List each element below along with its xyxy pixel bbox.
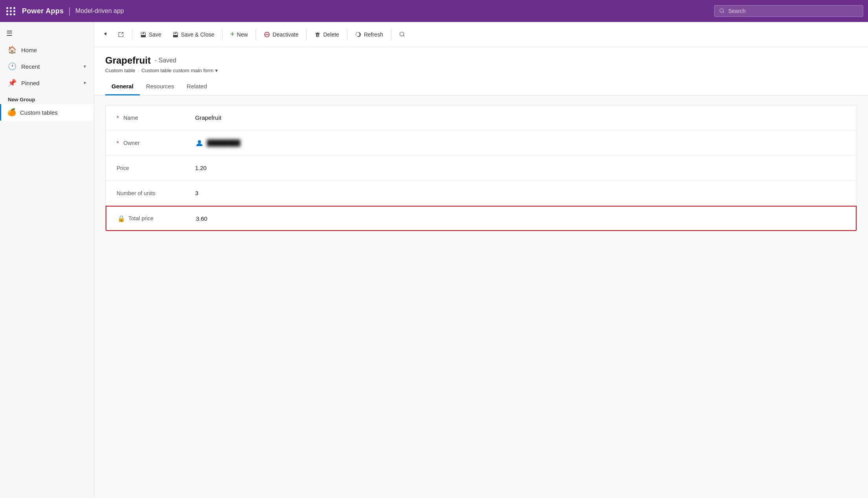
record-title: Grapefruit [105, 55, 151, 66]
new-label: New [237, 31, 248, 38]
breadcrumb-separator: · [138, 68, 139, 73]
owner-label: * Owner [117, 140, 195, 146]
saved-badge: - Saved [155, 57, 176, 64]
top-navigation: Power Apps | Model-driven app [0, 0, 868, 22]
save-close-icon [172, 31, 179, 38]
breadcrumb: Custom table · Custom table custom main … [105, 68, 857, 73]
delete-icon [314, 31, 321, 38]
field-row-name: * Name Grapefruit [106, 105, 857, 130]
field-row-total-price: 🔒 Total price 3.60 [106, 206, 857, 231]
toolbar-divider-3 [256, 29, 256, 40]
recent-icon: 🕐 [8, 62, 16, 71]
deactivate-icon [264, 31, 270, 38]
form-body: * Name Grapefruit * Owner [94, 95, 868, 498]
new-button[interactable]: + New [226, 27, 253, 42]
toolbar-search-button[interactable] [395, 28, 410, 41]
sidebar-item-home[interactable]: 🏠 Home [0, 42, 94, 58]
tab-resources[interactable]: Resources [140, 78, 181, 95]
search-icon [719, 8, 725, 14]
toolbar-search-icon [399, 31, 406, 38]
breadcrumb-form-dropdown[interactable]: Custom table custom main form ▾ [141, 68, 218, 73]
toolbar-divider-6 [391, 29, 391, 40]
toolbar-divider-2 [222, 29, 223, 40]
back-icon [102, 31, 108, 37]
svg-point-1 [198, 140, 201, 143]
search-container[interactable] [714, 5, 863, 17]
name-value[interactable]: Grapefruit [195, 114, 221, 121]
field-row-units: Number of units 3 [106, 181, 857, 206]
sidebar-item-pinned[interactable]: 📌 Pinned ▾ [0, 75, 94, 91]
toolbar-divider-4 [306, 29, 307, 40]
total-price-value: 3.60 [196, 215, 207, 222]
back-button[interactable] [99, 27, 111, 42]
tab-general[interactable]: General [105, 78, 140, 95]
sidebar: ☰ 🏠 Home 🕐 Recent ▾ 📌 Pinned ▾ New Group… [0, 22, 94, 498]
delete-button[interactable]: Delete [310, 28, 344, 41]
form-card: * Name Grapefruit * Owner [105, 105, 857, 231]
name-required-star: * [117, 115, 119, 121]
tab-related[interactable]: Related [181, 78, 214, 95]
field-row-price: Price 1.20 [106, 156, 857, 181]
external-link-icon [118, 31, 124, 38]
refresh-label: Refresh [364, 31, 383, 38]
app-launcher-button[interactable] [5, 5, 17, 17]
sidebar-pinned-label: Pinned [21, 80, 40, 86]
owner-value-container[interactable]: ████████ [195, 139, 240, 147]
app-name: Power Apps [22, 7, 64, 15]
chevron-down-icon-bc: ▾ [215, 68, 218, 73]
price-value[interactable]: 1.20 [195, 165, 206, 171]
sidebar-item-custom-tables[interactable]: 🍊 Custom tables [0, 104, 94, 121]
home-icon: 🏠 [8, 46, 16, 54]
deactivate-label: Deactivate [272, 31, 298, 38]
new-group-label: New Group [0, 91, 94, 104]
toolbar-divider-1 [132, 29, 132, 40]
refresh-icon [355, 31, 362, 38]
hamburger-button[interactable]: ☰ [0, 25, 94, 42]
name-label: * Name [117, 115, 195, 121]
owner-required-star: * [117, 140, 119, 146]
deactivate-button[interactable]: Deactivate [259, 28, 303, 41]
toolbar-divider-5 [347, 29, 347, 40]
price-label: Price [117, 165, 195, 171]
external-link-button[interactable] [113, 28, 129, 41]
sidebar-home-label: Home [21, 47, 37, 53]
breadcrumb-form-label: Custom table custom main form [141, 68, 214, 73]
chevron-down-icon-pinned: ▾ [84, 80, 86, 86]
nav-divider: | [68, 6, 71, 16]
sidebar-item-recent[interactable]: 🕐 Recent ▾ [0, 58, 94, 75]
sidebar-recent-label: Recent [21, 63, 40, 70]
custom-tables-icon: 🍊 [7, 108, 16, 117]
save-icon [140, 31, 146, 38]
new-icon: + [230, 30, 235, 38]
toolbar: Save Save & Close + New Deactivate [94, 22, 868, 47]
tabs-bar: General Resources Related [94, 78, 868, 95]
main-layout: ☰ 🏠 Home 🕐 Recent ▾ 📌 Pinned ▾ New Group… [0, 22, 868, 498]
save-close-label: Save & Close [181, 31, 214, 38]
lock-icon: 🔒 [117, 215, 125, 222]
save-label: Save [149, 31, 161, 38]
search-input[interactable] [728, 8, 858, 14]
save-close-button[interactable]: Save & Close [168, 28, 219, 41]
field-row-owner: * Owner ████████ [106, 130, 857, 156]
delete-label: Delete [323, 31, 339, 38]
owner-name: ████████ [207, 139, 240, 146]
sidebar-custom-tables-label: Custom tables [20, 109, 58, 116]
units-label: Number of units [117, 190, 195, 196]
total-price-label-container: 🔒 Total price [117, 215, 196, 222]
owner-person-icon [195, 139, 204, 147]
content-area: Save Save & Close + New Deactivate [94, 22, 868, 498]
breadcrumb-table: Custom table [105, 68, 135, 73]
save-button[interactable]: Save [135, 28, 166, 41]
units-value[interactable]: 3 [195, 190, 198, 196]
pin-icon: 📌 [8, 79, 16, 87]
chevron-down-icon: ▾ [84, 64, 86, 69]
app-subtitle: Model-driven app [75, 7, 124, 15]
form-header: Grapefruit - Saved Custom table · Custom… [94, 47, 868, 78]
refresh-button[interactable]: Refresh [351, 28, 388, 41]
